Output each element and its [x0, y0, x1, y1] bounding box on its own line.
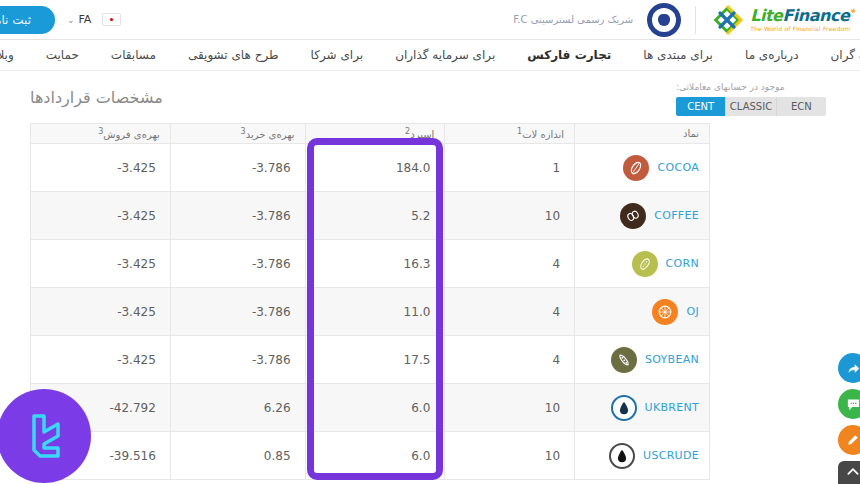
- lot-cell: 4: [445, 336, 575, 384]
- contract-specs-table: نماد اندازه لات1 اسپرد2 بهره‌ی خرید3 بهر…: [30, 123, 710, 480]
- tab-cent[interactable]: CENT: [676, 97, 725, 116]
- symbol-link[interactable]: USCRUDE: [643, 449, 699, 462]
- table-row: SOYBEAN 4 17.5 -3.786 -3.425: [31, 336, 710, 384]
- symbol-cell: OJ: [575, 288, 710, 336]
- orange-icon: [652, 299, 678, 325]
- account-tabs-block: موجود در حسابهای معاملاتی: CENT CLASSIC …: [676, 82, 826, 116]
- sell-swap-cell: -3.425: [31, 288, 171, 336]
- tab-classic[interactable]: CLASSIC: [725, 97, 775, 116]
- feedback-button[interactable]: [838, 425, 860, 455]
- nav-item-promotions[interactable]: طرح های تشویقی: [188, 48, 279, 62]
- chat-bubble-icon: [846, 397, 860, 412]
- lot-cell: 4: [445, 240, 575, 288]
- main-nav: برای معامله گران درباره‌ی ما برای مبتدی …: [0, 40, 860, 71]
- symbol-link[interactable]: OJ: [686, 305, 699, 318]
- lot-cell: 10: [445, 384, 575, 432]
- spread-cell: 6.0: [305, 432, 445, 480]
- register-button[interactable]: ثبت نام: [0, 6, 55, 34]
- main-content: مشخصات قراردادها موجود در حسابهای معاملا…: [0, 71, 860, 480]
- corn-icon: [632, 251, 658, 277]
- buy-swap-cell: -3.786: [170, 240, 305, 288]
- nav-item-blog[interactable]: وبلاگ: [0, 48, 14, 62]
- leicester-city-badge: [647, 3, 681, 37]
- symbol-cell: USCRUDE: [575, 432, 710, 480]
- litefinance-watermark-icon: [0, 389, 91, 483]
- symbol-link[interactable]: COCOA: [657, 161, 699, 174]
- account-type-tabs: CENT CLASSIC ECN: [676, 97, 826, 116]
- nav-item-beginners[interactable]: برای مبتدی ها: [643, 48, 713, 62]
- coffee-icon: [620, 203, 646, 229]
- symbol-cell: SOYBEAN: [575, 336, 710, 384]
- cocoa-icon: [623, 155, 649, 181]
- lot-cell: 1: [445, 144, 575, 192]
- table-row: OJ 4 11.0 -3.786 -3.425: [31, 288, 710, 336]
- divider: [695, 6, 696, 34]
- table-row: COFFEE 10 5.2 -3.786 -3.425: [31, 192, 710, 240]
- spread-cell: 16.3: [305, 240, 445, 288]
- iran-flag-icon: [103, 14, 120, 25]
- spread-cell: 17.5: [305, 336, 445, 384]
- symbol-cell: CORN: [575, 240, 710, 288]
- litefinance-logo-text: LiteFinance* The World of Financial Free…: [750, 8, 854, 32]
- buy-swap-cell: 6.26: [170, 384, 305, 432]
- brand-tagline: The World of Financial Freedom: [750, 26, 854, 32]
- language-selector[interactable]: ⌄ FA: [67, 13, 91, 26]
- chevron-down-icon: ⌄: [67, 15, 75, 25]
- soybean-icon: [611, 347, 637, 373]
- litefinance-logo-mark: [710, 3, 744, 37]
- buy-swap-cell: 0.85: [170, 432, 305, 480]
- sell-swap-cell: -3.425: [31, 240, 171, 288]
- col-symbol: نماد: [575, 124, 710, 144]
- chevron-up-icon: [846, 466, 860, 476]
- table-row: COCOA 1 184.0 -3.786 -3.425: [31, 144, 710, 192]
- topbar-right-group: شریک رسمی لسترسیتی F.C LiteFinance* The …: [513, 3, 860, 37]
- nav-item-support[interactable]: حمایت: [46, 48, 79, 62]
- nav-item-about[interactable]: درباره‌ی ما: [745, 48, 799, 62]
- chat-button[interactable]: [838, 389, 860, 419]
- sell-swap-cell: -3.425: [31, 336, 171, 384]
- nav-item-investors[interactable]: برای سرمایه گذاران: [395, 48, 495, 62]
- buy-swap-cell: -3.786: [170, 144, 305, 192]
- symbol-cell: UKBRENT: [575, 384, 710, 432]
- table-row: UKBRENT 10 6.0 6.26 -42.792: [31, 384, 710, 432]
- page-title: مشخصات قراردادها: [30, 88, 163, 107]
- col-sell-swap: بهره‌ی فروش3: [31, 124, 171, 144]
- pencil-icon: [846, 433, 860, 447]
- accounts-note: موجود در حسابهای معاملاتی:: [676, 82, 826, 92]
- oil-drop-black-icon: [609, 443, 635, 469]
- top-bar: ثبت نام ⌄ FA شریک رسمی لسترسیتی F.C Lite…: [0, 0, 860, 40]
- table-row: CORN 4 16.3 -3.786 -3.425: [31, 240, 710, 288]
- oil-drop-blue-icon: [611, 395, 637, 421]
- symbol-cell: COFFEE: [575, 192, 710, 240]
- lot-cell: 10: [445, 432, 575, 480]
- buy-swap-cell: -3.786: [170, 336, 305, 384]
- scroll-top-button[interactable]: [838, 461, 860, 484]
- spread-cell: 184.0: [305, 144, 445, 192]
- symbol-link[interactable]: UKBRENT: [645, 401, 699, 414]
- share-arrow-icon: [846, 361, 860, 376]
- symbol-link[interactable]: COFFEE: [654, 209, 699, 222]
- col-lot-size: اندازه لات1: [445, 124, 575, 144]
- nav-item-contests[interactable]: مسابقات: [111, 48, 156, 62]
- nav-item-partners[interactable]: برای شرکا: [311, 48, 364, 62]
- spread-cell: 11.0: [305, 288, 445, 336]
- nav-item-forex-trading[interactable]: تجارت فارکس: [527, 48, 611, 62]
- share-button[interactable]: [838, 353, 860, 383]
- buy-swap-cell: -3.786: [170, 192, 305, 240]
- col-buy-swap: بهره‌ی خرید3: [170, 124, 305, 144]
- table-row: USCRUDE 10 6.0 0.85 -39.516: [31, 432, 710, 480]
- sell-swap-cell: -3.425: [31, 144, 171, 192]
- table-header-row: نماد اندازه لات1 اسپرد2 بهره‌ی خرید3 بهر…: [31, 124, 710, 144]
- symbol-link[interactable]: SOYBEAN: [645, 353, 699, 366]
- sell-swap-cell: -3.425: [31, 192, 171, 240]
- topbar-left-group: ثبت نام ⌄ FA: [0, 6, 120, 34]
- partner-text: شریک رسمی لسترسیتی F.C: [513, 14, 633, 25]
- spread-cell: 6.0: [305, 384, 445, 432]
- nav-item-traders[interactable]: برای معامله گران: [830, 48, 860, 62]
- tab-ecn[interactable]: ECN: [776, 97, 826, 116]
- symbol-link[interactable]: CORN: [666, 257, 699, 270]
- col-spread: اسپرد2: [305, 124, 445, 144]
- litefinance-logo[interactable]: LiteFinance* The World of Financial Free…: [710, 3, 854, 37]
- spread-cell: 5.2: [305, 192, 445, 240]
- buy-swap-cell: -3.786: [170, 288, 305, 336]
